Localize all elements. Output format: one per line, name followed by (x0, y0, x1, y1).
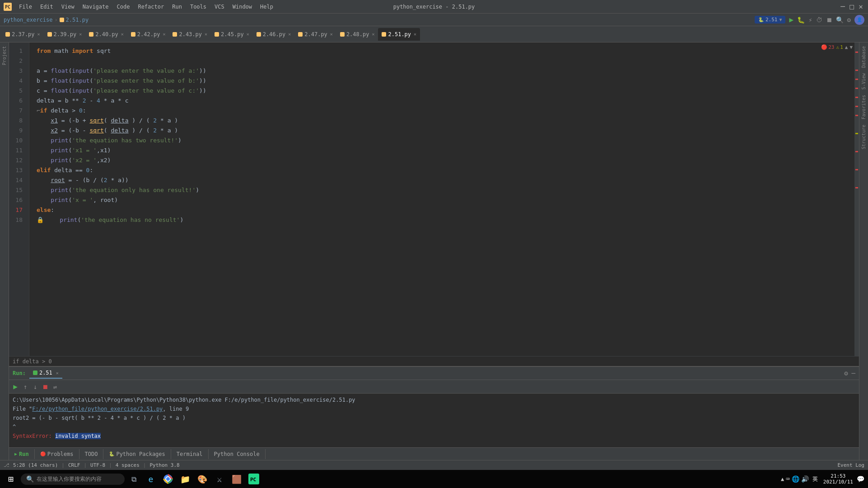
menu-help[interactable]: Help (257, 3, 277, 11)
sidebar-sview-label[interactable]: S-View (860, 71, 867, 91)
taskbar-task-view[interactable]: ⧉ (126, 471, 142, 487)
close-tab-2-40[interactable]: ✕ (121, 32, 124, 37)
close-button[interactable]: ✕ (857, 4, 864, 10)
profile-button[interactable]: ⚡ (808, 16, 812, 23)
bottom-tab-terminal[interactable]: Terminal (171, 449, 209, 459)
line-num-5: 5 (9, 86, 25, 96)
taskbar-pycharm[interactable]: PC (246, 471, 262, 487)
avatar: 👤 (854, 15, 864, 25)
tab-2-48[interactable]: 2.48.py ✕ (336, 28, 378, 41)
menu-refactor[interactable]: Refactor (134, 3, 168, 11)
taskbar-minecraft[interactable]: 🟫 (229, 471, 245, 487)
run-file-link[interactable]: F:/e/python_file/python_exercise/2.51.py (32, 406, 163, 412)
sidebar-favorites-label[interactable]: Favorites (860, 93, 867, 121)
settings-button[interactable]: ⚙ (847, 16, 851, 23)
close-tab-2-37[interactable]: ✕ (37, 32, 40, 37)
close-tab-2-46[interactable]: ✕ (288, 32, 291, 37)
sidebar-project-label[interactable]: Project (1, 44, 8, 67)
sidebar-database-label[interactable]: Database (860, 44, 867, 70)
menu-code[interactable]: Code (113, 3, 134, 11)
taskbar-up-arrow[interactable]: ▲ (781, 476, 784, 482)
status-encoding[interactable]: UTF-8 (90, 462, 105, 468)
menu-tools[interactable]: Tools (187, 3, 210, 11)
menu-window[interactable]: Window (229, 3, 256, 11)
run-panel: Run: 2.51 ✕ ⚙ ─ ▶ ↑ ↓ ⏹ (9, 366, 859, 447)
debug-button[interactable]: 🐛 (797, 16, 805, 23)
close-tab-2-45[interactable]: ✕ (247, 32, 249, 37)
run-tab[interactable]: 2.51 ✕ (29, 368, 62, 379)
bottom-tab-run[interactable]: ▶ Run (9, 449, 35, 459)
status-python[interactable]: Python 3.8 (149, 462, 179, 468)
breadcrumb-project[interactable]: python_exercise (4, 17, 52, 23)
run-stop-button[interactable]: ⏹ (41, 382, 50, 391)
taskbar-edge[interactable]: e (143, 471, 159, 487)
run-collapse-icon[interactable]: ─ (852, 370, 855, 377)
code-line-7: ⌐if delta > 0: (37, 106, 854, 116)
error-mark-3 (855, 79, 858, 80)
breadcrumb-file[interactable]: 2.51.py (66, 17, 89, 23)
close-tab-2-47[interactable]: ✕ (330, 32, 333, 37)
maximize-button[interactable]: □ (848, 4, 855, 10)
warn-count-value: 1 (840, 44, 843, 50)
line-num-13: 13 (9, 165, 25, 175)
menu-edit[interactable]: Edit (37, 3, 57, 11)
close-tab-2-48[interactable]: ✕ (372, 32, 374, 37)
bottom-panel-tabs: ▶ Run 🔴 Problems TODO 🐍 Python Packages (9, 447, 859, 460)
tab-2-40[interactable]: 2.40.py ✕ (85, 28, 127, 41)
run-wrap-button[interactable]: ⇌ (51, 382, 60, 391)
tab-2-39[interactable]: 2.39.py ✕ (44, 28, 86, 41)
status-line-ending[interactable]: CRLF (68, 462, 80, 468)
bottom-tab-python-packages[interactable]: 🐍 Python Packages (103, 449, 171, 459)
close-tab-2-51[interactable]: ✕ (414, 32, 416, 37)
run-play-button[interactable]: ▶ (11, 382, 20, 391)
bottom-tab-python-console[interactable]: Python Console (209, 449, 266, 459)
taskbar-app1[interactable]: 🎨 (194, 471, 210, 487)
close-tab-2-43[interactable]: ✕ (205, 32, 207, 37)
taskbar-folder[interactable]: 📁 (177, 471, 193, 487)
run-down-button[interactable]: ↓ (31, 382, 40, 391)
right-sidebar: Database S-View Favorites Structure (859, 42, 868, 460)
tab-2-46[interactable]: 2.46.py ✕ (253, 28, 295, 41)
menu-vcs[interactable]: VCS (211, 3, 228, 11)
minimize-button[interactable]: ─ (839, 4, 846, 10)
up-arrow[interactable]: ▲ (845, 44, 848, 50)
taskbar-chrome[interactable] (160, 471, 176, 487)
taskbar-search[interactable]: 🔍 在这里输入你要搜索的内容 (21, 474, 125, 485)
taskbar-lang[interactable]: 英 (811, 475, 820, 483)
tab-2-43[interactable]: 2.43.py ✕ (169, 28, 211, 41)
taskbar-app2[interactable]: ⚔ (211, 471, 228, 487)
run-up-button[interactable]: ↑ (21, 382, 30, 391)
code-content[interactable]: from math import sqrt a = float(input('p… (29, 42, 854, 356)
stop-button[interactable]: ⏹ (826, 16, 832, 23)
menu-navigate[interactable]: Navigate (79, 3, 112, 11)
hint-bar: if delta > 0 (9, 356, 859, 366)
search-button[interactable]: 🔍 (836, 16, 844, 23)
menu-view[interactable]: View (58, 3, 78, 11)
down-arrow[interactable]: ▼ (849, 44, 853, 50)
close-tab-2-39[interactable]: ✕ (79, 32, 82, 37)
line-num-7: 7 (9, 106, 25, 116)
line-num-14: 14 (9, 175, 25, 185)
taskbar-clock[interactable]: 21:53 2021/10/11 (821, 473, 855, 485)
tab-2-51[interactable]: 2.51.py ✕ (378, 28, 420, 41)
tab-2-37[interactable]: 2.37.py ✕ (2, 28, 44, 41)
run-settings-icon[interactable]: ⚙ (844, 370, 848, 377)
sidebar-structure-label[interactable]: Structure (860, 123, 867, 151)
status-indent[interactable]: 4 spaces (116, 462, 140, 468)
bottom-tab-problems[interactable]: 🔴 Problems (35, 449, 79, 459)
menu-file[interactable]: File (15, 3, 36, 11)
bottom-tab-todo[interactable]: TODO (79, 449, 104, 459)
start-button[interactable]: ⊞ (2, 470, 20, 488)
close-run-tab[interactable]: ✕ (56, 371, 59, 375)
coverage-button[interactable]: ⏱ (816, 16, 822, 23)
tab-2-42[interactable]: 2.42.py ✕ (127, 28, 169, 41)
tab-2-45[interactable]: 2.45.py ✕ (211, 28, 253, 41)
menu-run[interactable]: Run (168, 3, 186, 11)
tab-2-47[interactable]: 2.47.py ✕ (294, 28, 336, 41)
event-log[interactable]: Event Log (837, 462, 864, 468)
close-tab-2-42[interactable]: ✕ (163, 32, 165, 37)
code-editor[interactable]: 1 2 3 4 5 6 7 8 9 10 11 12 13 14 15 16 1 (9, 42, 859, 356)
taskbar-notification[interactable]: 💬 (857, 475, 864, 483)
right-scrollbar[interactable] (854, 42, 859, 356)
run-button[interactable]: ▶ (789, 15, 793, 24)
